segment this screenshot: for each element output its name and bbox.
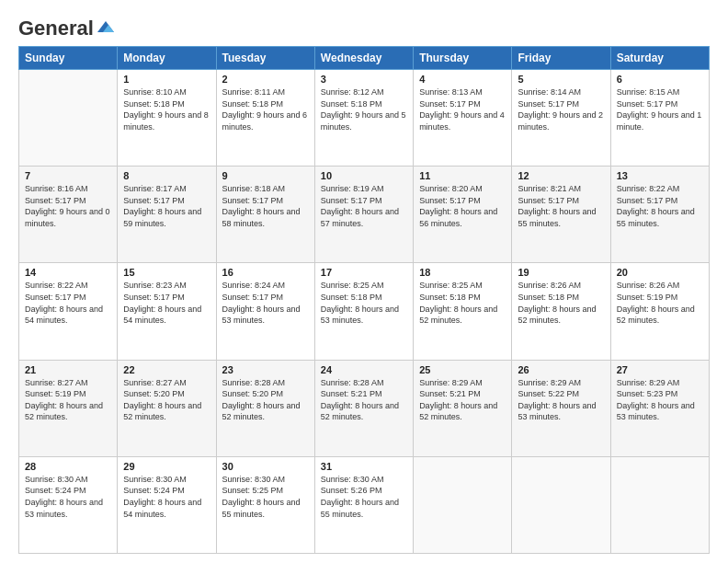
day-info: Sunrise: 8:10 AMSunset: 5:18 PMDaylight:… — [123, 86, 210, 132]
day-info: Sunrise: 8:30 AMSunset: 5:26 PMDaylight:… — [321, 474, 407, 520]
day-info: Sunrise: 8:13 AMSunset: 5:17 PMDaylight:… — [419, 86, 506, 132]
day-info: Sunrise: 8:29 AMSunset: 5:21 PMDaylight:… — [419, 377, 506, 423]
day-number: 8 — [123, 170, 210, 181]
day-cell: 18Sunrise: 8:25 AMSunset: 5:18 PMDayligh… — [414, 263, 512, 360]
day-info: Sunrise: 8:18 AMSunset: 5:17 PMDaylight:… — [222, 183, 309, 229]
day-number: 26 — [518, 364, 604, 375]
day-cell: 16Sunrise: 8:24 AMSunset: 5:17 PMDayligh… — [216, 263, 314, 360]
weekday-header-row: SundayMondayTuesdayWednesdayThursdayFrid… — [19, 47, 710, 70]
day-number: 1 — [123, 74, 210, 85]
day-number: 19 — [518, 267, 604, 278]
day-info: Sunrise: 8:28 AMSunset: 5:21 PMDaylight:… — [321, 377, 407, 423]
day-cell: 6Sunrise: 8:15 AMSunset: 5:17 PMDaylight… — [610, 70, 709, 167]
day-cell: 25Sunrise: 8:29 AMSunset: 5:21 PMDayligh… — [414, 360, 512, 456]
day-cell: 27Sunrise: 8:29 AMSunset: 5:23 PMDayligh… — [610, 360, 709, 456]
day-info: Sunrise: 8:22 AMSunset: 5:17 PMDaylight:… — [25, 280, 111, 326]
day-number: 12 — [518, 170, 604, 181]
day-cell: 21Sunrise: 8:27 AMSunset: 5:19 PMDayligh… — [19, 360, 118, 456]
day-cell: 10Sunrise: 8:19 AMSunset: 5:17 PMDayligh… — [314, 167, 413, 263]
day-number: 7 — [25, 170, 111, 181]
week-row-1: 7Sunrise: 8:16 AMSunset: 5:17 PMDaylight… — [19, 167, 710, 263]
day-number: 2 — [222, 74, 309, 85]
day-number: 17 — [321, 267, 407, 278]
day-number: 6 — [617, 74, 703, 85]
day-number: 13 — [617, 170, 703, 181]
week-row-0: 1Sunrise: 8:10 AMSunset: 5:18 PMDaylight… — [19, 70, 710, 167]
day-info: Sunrise: 8:27 AMSunset: 5:20 PMDaylight:… — [123, 377, 210, 423]
day-number: 16 — [222, 267, 309, 278]
week-row-4: 28Sunrise: 8:30 AMSunset: 5:24 PMDayligh… — [19, 456, 710, 553]
day-info: Sunrise: 8:30 AMSunset: 5:24 PMDaylight:… — [123, 474, 210, 520]
day-info: Sunrise: 8:16 AMSunset: 5:17 PMDaylight:… — [25, 183, 111, 229]
day-cell: 12Sunrise: 8:21 AMSunset: 5:17 PMDayligh… — [512, 167, 610, 263]
day-number: 9 — [222, 170, 309, 181]
week-row-2: 14Sunrise: 8:22 AMSunset: 5:17 PMDayligh… — [19, 263, 710, 360]
logo: General — [18, 17, 116, 37]
day-cell: 20Sunrise: 8:26 AMSunset: 5:19 PMDayligh… — [610, 263, 709, 360]
weekday-header-thursday: Thursday — [414, 47, 512, 70]
day-info: Sunrise: 8:29 AMSunset: 5:22 PMDaylight:… — [518, 377, 604, 423]
day-cell: 26Sunrise: 8:29 AMSunset: 5:22 PMDayligh… — [512, 360, 610, 456]
day-cell: 22Sunrise: 8:27 AMSunset: 5:20 PMDayligh… — [118, 360, 216, 456]
day-cell: 15Sunrise: 8:23 AMSunset: 5:17 PMDayligh… — [118, 263, 216, 360]
day-cell — [414, 456, 512, 553]
day-number: 5 — [518, 74, 604, 85]
day-info: Sunrise: 8:15 AMSunset: 5:17 PMDaylight:… — [617, 86, 703, 132]
day-cell: 29Sunrise: 8:30 AMSunset: 5:24 PMDayligh… — [118, 456, 216, 553]
day-number: 27 — [617, 364, 703, 375]
day-number: 25 — [419, 364, 506, 375]
day-info: Sunrise: 8:23 AMSunset: 5:17 PMDaylight:… — [123, 280, 210, 326]
day-info: Sunrise: 8:20 AMSunset: 5:17 PMDaylight:… — [419, 183, 506, 229]
day-number: 18 — [419, 267, 506, 278]
day-number: 4 — [419, 74, 506, 85]
day-number: 10 — [321, 170, 407, 181]
day-info: Sunrise: 8:26 AMSunset: 5:19 PMDaylight:… — [617, 280, 703, 326]
day-info: Sunrise: 8:27 AMSunset: 5:19 PMDaylight:… — [25, 377, 111, 423]
page: General SundayMondayTuesdayWednesdayThur… — [0, 0, 728, 563]
weekday-header-saturday: Saturday — [610, 47, 709, 70]
week-row-3: 21Sunrise: 8:27 AMSunset: 5:19 PMDayligh… — [19, 360, 710, 456]
day-cell: 8Sunrise: 8:17 AMSunset: 5:17 PMDaylight… — [118, 167, 216, 263]
day-number: 15 — [123, 267, 210, 278]
weekday-header-wednesday: Wednesday — [314, 47, 413, 70]
day-cell: 13Sunrise: 8:22 AMSunset: 5:17 PMDayligh… — [610, 167, 709, 263]
day-cell: 24Sunrise: 8:28 AMSunset: 5:21 PMDayligh… — [314, 360, 413, 456]
day-cell: 5Sunrise: 8:14 AMSunset: 5:17 PMDaylight… — [512, 70, 610, 167]
day-info: Sunrise: 8:30 AMSunset: 5:24 PMDaylight:… — [25, 474, 111, 520]
day-number: 30 — [222, 461, 309, 472]
day-info: Sunrise: 8:25 AMSunset: 5:18 PMDaylight:… — [419, 280, 506, 326]
day-info: Sunrise: 8:19 AMSunset: 5:17 PMDaylight:… — [321, 183, 407, 229]
day-number: 3 — [321, 74, 407, 85]
day-info: Sunrise: 8:28 AMSunset: 5:20 PMDaylight:… — [222, 377, 309, 423]
day-info: Sunrise: 8:11 AMSunset: 5:18 PMDaylight:… — [222, 86, 309, 132]
day-info: Sunrise: 8:12 AMSunset: 5:18 PMDaylight:… — [321, 86, 407, 132]
day-info: Sunrise: 8:22 AMSunset: 5:17 PMDaylight:… — [617, 183, 703, 229]
day-cell: 28Sunrise: 8:30 AMSunset: 5:24 PMDayligh… — [19, 456, 118, 553]
day-number: 14 — [25, 267, 111, 278]
day-cell: 1Sunrise: 8:10 AMSunset: 5:18 PMDaylight… — [118, 70, 216, 167]
day-cell: 7Sunrise: 8:16 AMSunset: 5:17 PMDaylight… — [19, 167, 118, 263]
day-cell: 4Sunrise: 8:13 AMSunset: 5:17 PMDaylight… — [414, 70, 512, 167]
header: General — [18, 17, 710, 37]
day-cell: 30Sunrise: 8:30 AMSunset: 5:25 PMDayligh… — [216, 456, 314, 553]
weekday-header-tuesday: Tuesday — [216, 47, 314, 70]
day-cell: 17Sunrise: 8:25 AMSunset: 5:18 PMDayligh… — [314, 263, 413, 360]
day-number: 24 — [321, 364, 407, 375]
day-cell — [512, 456, 610, 553]
day-cell: 2Sunrise: 8:11 AMSunset: 5:18 PMDaylight… — [216, 70, 314, 167]
logo-general: General — [18, 17, 94, 40]
day-cell: 3Sunrise: 8:12 AMSunset: 5:18 PMDaylight… — [314, 70, 413, 167]
calendar-table: SundayMondayTuesdayWednesdayThursdayFrid… — [18, 46, 710, 554]
day-cell: 9Sunrise: 8:18 AMSunset: 5:17 PMDaylight… — [216, 167, 314, 263]
day-number: 21 — [25, 364, 111, 375]
day-info: Sunrise: 8:14 AMSunset: 5:17 PMDaylight:… — [518, 86, 604, 132]
weekday-header-friday: Friday — [512, 47, 610, 70]
day-number: 31 — [321, 461, 407, 472]
day-info: Sunrise: 8:26 AMSunset: 5:18 PMDaylight:… — [518, 280, 604, 326]
day-number: 23 — [222, 364, 309, 375]
weekday-header-sunday: Sunday — [19, 47, 118, 70]
day-cell: 19Sunrise: 8:26 AMSunset: 5:18 PMDayligh… — [512, 263, 610, 360]
day-info: Sunrise: 8:30 AMSunset: 5:25 PMDaylight:… — [222, 474, 309, 520]
day-info: Sunrise: 8:21 AMSunset: 5:17 PMDaylight:… — [518, 183, 604, 229]
day-info: Sunrise: 8:24 AMSunset: 5:17 PMDaylight:… — [222, 280, 309, 326]
